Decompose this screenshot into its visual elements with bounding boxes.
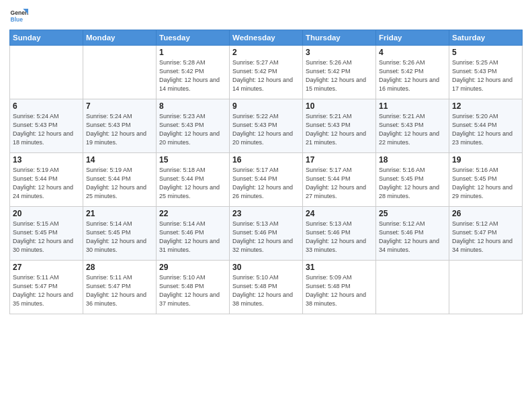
weekday-header-monday: Monday [83, 30, 157, 46]
day-number: 13 [13, 155, 80, 165]
calendar-cell: 15Sunrise: 5:18 AMSunset: 5:44 PMDayligh… [157, 153, 230, 207]
day-number: 9 [232, 101, 300, 111]
day-info: Sunrise: 5:27 AMSunset: 5:42 PMDaylight:… [232, 58, 300, 93]
day-info: Sunrise: 5:16 AMSunset: 5:45 PMDaylight:… [379, 166, 446, 201]
day-info: Sunrise: 5:25 AMSunset: 5:43 PMDaylight:… [452, 58, 519, 93]
day-number: 3 [306, 48, 373, 57]
day-info: Sunrise: 5:10 AMSunset: 5:48 PMDaylight:… [232, 273, 300, 308]
calendar-cell [83, 46, 157, 99]
day-info: Sunrise: 5:22 AMSunset: 5:43 PMDaylight:… [232, 112, 300, 147]
logo: General Blue [9, 7, 28, 26]
day-number: 21 [86, 209, 153, 218]
day-info: Sunrise: 5:17 AMSunset: 5:44 PMDaylight:… [306, 166, 373, 201]
day-info: Sunrise: 5:18 AMSunset: 5:44 PMDaylight:… [159, 166, 226, 201]
day-info: Sunrise: 5:21 AMSunset: 5:43 PMDaylight:… [306, 112, 373, 147]
calendar-cell: 21Sunrise: 5:14 AMSunset: 5:45 PMDayligh… [83, 207, 157, 261]
day-number: 11 [379, 101, 446, 111]
page: General Blue SundayMondayTuesdayWednesda… [0, 0, 532, 411]
calendar-cell: 31Sunrise: 5:09 AMSunset: 5:48 PMDayligh… [303, 261, 376, 314]
day-number: 18 [379, 155, 446, 165]
day-number: 14 [86, 155, 153, 165]
day-info: Sunrise: 5:19 AMSunset: 5:44 PMDaylight:… [86, 166, 153, 201]
calendar-cell: 25Sunrise: 5:12 AMSunset: 5:46 PMDayligh… [376, 207, 449, 261]
day-number: 26 [452, 209, 519, 218]
calendar-cell: 6Sunrise: 5:24 AMSunset: 5:43 PMDaylight… [10, 99, 83, 153]
day-number: 31 [306, 263, 373, 272]
calendar-cell: 29Sunrise: 5:10 AMSunset: 5:48 PMDayligh… [157, 261, 230, 314]
calendar-cell: 5Sunrise: 5:25 AMSunset: 5:43 PMDaylight… [449, 46, 523, 99]
calendar-cell: 4Sunrise: 5:26 AMSunset: 5:42 PMDaylight… [376, 46, 449, 99]
calendar-cell: 24Sunrise: 5:13 AMSunset: 5:46 PMDayligh… [303, 207, 376, 261]
day-info: Sunrise: 5:16 AMSunset: 5:45 PMDaylight:… [452, 166, 519, 201]
day-number: 15 [159, 155, 226, 165]
calendar-cell: 26Sunrise: 5:12 AMSunset: 5:47 PMDayligh… [449, 207, 523, 261]
day-info: Sunrise: 5:28 AMSunset: 5:42 PMDaylight:… [159, 58, 226, 93]
day-number: 17 [306, 155, 373, 165]
calendar-cell: 18Sunrise: 5:16 AMSunset: 5:45 PMDayligh… [376, 153, 449, 207]
calendar-cell: 13Sunrise: 5:19 AMSunset: 5:44 PMDayligh… [10, 153, 83, 207]
day-info: Sunrise: 5:24 AMSunset: 5:43 PMDaylight:… [86, 112, 153, 147]
calendar-cell: 9Sunrise: 5:22 AMSunset: 5:43 PMDaylight… [230, 99, 303, 153]
calendar-cell: 16Sunrise: 5:17 AMSunset: 5:44 PMDayligh… [230, 153, 303, 207]
day-info: Sunrise: 5:21 AMSunset: 5:43 PMDaylight:… [379, 112, 446, 147]
day-info: Sunrise: 5:14 AMSunset: 5:45 PMDaylight:… [86, 220, 153, 255]
day-number: 12 [452, 101, 519, 111]
calendar-cell [376, 261, 449, 314]
day-info: Sunrise: 5:15 AMSunset: 5:45 PMDaylight:… [13, 220, 80, 255]
day-number: 10 [306, 101, 373, 111]
day-number: 27 [13, 263, 80, 272]
day-number: 16 [232, 155, 300, 165]
day-info: Sunrise: 5:19 AMSunset: 5:44 PMDaylight:… [13, 166, 80, 201]
day-number: 6 [13, 101, 80, 111]
day-info: Sunrise: 5:23 AMSunset: 5:43 PMDaylight:… [159, 112, 226, 147]
day-info: Sunrise: 5:13 AMSunset: 5:46 PMDaylight:… [306, 220, 373, 255]
day-number: 2 [232, 48, 300, 57]
day-number: 20 [13, 209, 80, 218]
day-info: Sunrise: 5:11 AMSunset: 5:47 PMDaylight:… [13, 273, 80, 308]
day-info: Sunrise: 5:26 AMSunset: 5:42 PMDaylight:… [306, 58, 373, 93]
day-info: Sunrise: 5:09 AMSunset: 5:48 PMDaylight:… [306, 273, 373, 308]
calendar-cell: 8Sunrise: 5:23 AMSunset: 5:43 PMDaylight… [157, 99, 230, 153]
weekday-header-wednesday: Wednesday [230, 30, 303, 46]
day-number: 19 [452, 155, 519, 165]
day-info: Sunrise: 5:20 AMSunset: 5:44 PMDaylight:… [452, 112, 519, 147]
day-number: 29 [159, 263, 226, 272]
weekday-header-saturday: Saturday [449, 30, 523, 46]
day-number: 28 [86, 263, 153, 272]
calendar-cell: 3Sunrise: 5:26 AMSunset: 5:42 PMDaylight… [303, 46, 376, 99]
calendar-cell: 22Sunrise: 5:14 AMSunset: 5:46 PMDayligh… [157, 207, 230, 261]
day-info: Sunrise: 5:10 AMSunset: 5:48 PMDaylight:… [159, 273, 226, 308]
calendar-cell [10, 46, 83, 99]
day-number: 5 [452, 48, 519, 57]
weekday-header-thursday: Thursday [303, 30, 376, 46]
calendar-cell: 20Sunrise: 5:15 AMSunset: 5:45 PMDayligh… [10, 207, 83, 261]
calendar-cell: 2Sunrise: 5:27 AMSunset: 5:42 PMDaylight… [230, 46, 303, 99]
calendar-cell: 23Sunrise: 5:13 AMSunset: 5:46 PMDayligh… [230, 207, 303, 261]
weekday-header-friday: Friday [376, 30, 449, 46]
day-number: 7 [86, 101, 153, 111]
svg-text:Blue: Blue [11, 16, 24, 23]
calendar-cell [449, 261, 523, 314]
calendar-cell: 7Sunrise: 5:24 AMSunset: 5:43 PMDaylight… [83, 99, 157, 153]
day-info: Sunrise: 5:12 AMSunset: 5:46 PMDaylight:… [379, 220, 446, 255]
day-number: 1 [159, 48, 226, 57]
calendar-cell: 1Sunrise: 5:28 AMSunset: 5:42 PMDaylight… [157, 46, 230, 99]
calendar-table: SundayMondayTuesdayWednesdayThursdayFrid… [9, 30, 523, 314]
day-number: 4 [379, 48, 446, 57]
calendar-cell: 12Sunrise: 5:20 AMSunset: 5:44 PMDayligh… [449, 99, 523, 153]
calendar-cell: 19Sunrise: 5:16 AMSunset: 5:45 PMDayligh… [449, 153, 523, 207]
calendar-cell: 30Sunrise: 5:10 AMSunset: 5:48 PMDayligh… [230, 261, 303, 314]
weekday-header-sunday: Sunday [10, 30, 83, 46]
weekday-header-tuesday: Tuesday [157, 30, 230, 46]
logo-icon: General Blue [9, 7, 28, 26]
day-number: 25 [379, 209, 446, 218]
day-number: 22 [159, 209, 226, 218]
day-info: Sunrise: 5:13 AMSunset: 5:46 PMDaylight:… [232, 220, 300, 255]
calendar-cell: 14Sunrise: 5:19 AMSunset: 5:44 PMDayligh… [83, 153, 157, 207]
header: General Blue [9, 7, 523, 26]
calendar-cell: 28Sunrise: 5:11 AMSunset: 5:47 PMDayligh… [83, 261, 157, 314]
day-number: 23 [232, 209, 300, 218]
day-info: Sunrise: 5:17 AMSunset: 5:44 PMDaylight:… [232, 166, 300, 201]
calendar-cell: 17Sunrise: 5:17 AMSunset: 5:44 PMDayligh… [303, 153, 376, 207]
day-number: 8 [159, 101, 226, 111]
